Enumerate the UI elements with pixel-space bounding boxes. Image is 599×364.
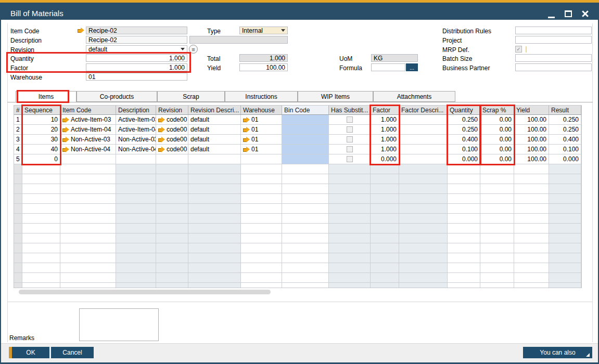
empty-cell[interactable] [514, 164, 549, 174]
empty-cell[interactable] [156, 184, 188, 194]
empty-cell[interactable] [14, 263, 22, 273]
empty-cell[interactable] [514, 233, 549, 243]
empty-cell[interactable] [448, 243, 480, 253]
col-header-quantity[interactable]: Quantity [448, 106, 480, 115]
empty-cell[interactable] [282, 184, 329, 194]
empty-cell[interactable] [241, 204, 282, 214]
empty-cell[interactable] [480, 194, 514, 204]
empty-cell[interactable] [241, 164, 282, 174]
col-header-item-code[interactable]: Item Code [60, 106, 116, 115]
empty-cell[interactable] [60, 164, 116, 174]
empty-cell[interactable] [329, 253, 371, 263]
col-header-yield[interactable]: Yield [514, 106, 549, 115]
empty-cell[interactable] [329, 204, 371, 214]
empty-cell[interactable] [282, 194, 329, 204]
has-substitute-checkbox[interactable] [347, 126, 353, 133]
col-header-has-substitute[interactable]: Has Substit... [329, 106, 371, 115]
empty-cell[interactable] [480, 184, 514, 194]
empty-cell[interactable] [116, 243, 156, 253]
link-arrow-icon[interactable] [62, 127, 69, 133]
cell-yield[interactable]: 100.00 [514, 145, 549, 154]
mrp-def-checkbox[interactable]: ✓ [515, 46, 522, 53]
empty-cell[interactable] [116, 164, 156, 174]
empty-cell[interactable] [282, 263, 329, 273]
empty-cell[interactable] [14, 224, 22, 233]
empty-cell[interactable] [188, 263, 241, 273]
empty-cell[interactable] [448, 253, 480, 263]
empty-cell[interactable] [188, 214, 241, 224]
uom-field[interactable]: KG [371, 54, 418, 62]
business-partner-field[interactable] [515, 63, 592, 71]
empty-cell[interactable] [156, 224, 188, 233]
empty-cell[interactable] [60, 214, 116, 224]
empty-cell[interactable] [188, 243, 241, 253]
batch-size-field[interactable] [515, 54, 592, 62]
empty-cell[interactable] [448, 273, 480, 283]
empty-cell[interactable] [514, 263, 549, 273]
empty-cell[interactable] [399, 263, 448, 273]
empty-cell[interactable] [371, 164, 399, 174]
empty-cell[interactable] [241, 194, 282, 204]
empty-cell[interactable] [399, 273, 448, 283]
empty-cell[interactable] [549, 184, 581, 194]
revision-list-button[interactable]: ≡ [189, 45, 198, 54]
empty-cell[interactable] [14, 194, 22, 204]
empty-cell[interactable] [241, 184, 282, 194]
empty-cell[interactable] [156, 233, 188, 243]
empty-cell[interactable] [156, 283, 188, 288]
cell-warehouse[interactable] [241, 154, 282, 164]
empty-cell[interactable] [514, 184, 549, 194]
empty-cell[interactable] [329, 214, 371, 224]
item-code-link-arrow-icon[interactable] [78, 28, 84, 33]
cell-factor[interactable]: 1.000 [371, 145, 399, 154]
empty-cell[interactable] [514, 243, 549, 253]
empty-cell[interactable] [480, 164, 514, 174]
empty-cell[interactable] [60, 233, 116, 243]
cell-description[interactable]: Active-Item-04 [116, 125, 156, 135]
empty-cell[interactable] [329, 174, 371, 184]
cell-result[interactable]: 0.400 [549, 135, 581, 145]
empty-cell[interactable] [241, 263, 282, 273]
col-header-bin-code[interactable]: Bin Code [282, 106, 329, 115]
cell-revision-description[interactable]: default [188, 115, 241, 125]
empty-cell[interactable] [282, 233, 329, 243]
empty-cell[interactable] [14, 233, 22, 243]
tab-wip-items[interactable]: WIP Items [298, 91, 373, 102]
link-arrow-icon[interactable] [158, 137, 165, 142]
empty-cell[interactable] [14, 184, 22, 194]
empty-cell[interactable] [241, 283, 282, 288]
empty-cell[interactable] [480, 204, 514, 214]
tab-items[interactable]: Items [16, 91, 77, 102]
empty-cell[interactable] [241, 273, 282, 283]
empty-cell[interactable] [399, 214, 448, 224]
cell-bin-code[interactable] [282, 154, 329, 164]
empty-cell[interactable] [156, 174, 188, 184]
empty-cell[interactable] [156, 273, 188, 283]
cell-description[interactable]: Non-Active-03 [116, 135, 156, 145]
empty-cell[interactable] [14, 204, 22, 214]
empty-cell[interactable] [22, 204, 60, 214]
link-arrow-icon[interactable] [62, 137, 69, 142]
empty-cell[interactable] [14, 253, 22, 263]
empty-cell[interactable] [399, 184, 448, 194]
cell-scrap[interactable]: 0.00 [480, 135, 514, 145]
cell-has-substitute[interactable] [329, 145, 371, 154]
cell-bin-code[interactable] [282, 125, 329, 135]
empty-cell[interactable] [14, 273, 22, 283]
empty-cell[interactable] [371, 263, 399, 273]
has-substitute-checkbox[interactable] [347, 136, 353, 142]
warehouse-field[interactable]: 01 [86, 73, 187, 81]
empty-cell[interactable] [329, 273, 371, 283]
empty-cell[interactable] [188, 233, 241, 243]
cell-bin-code[interactable] [282, 135, 329, 145]
factor-field[interactable]: 1.000 [86, 63, 187, 71]
horizontal-scrollbar[interactable] [19, 290, 271, 294]
cell-warehouse[interactable]: 01 [241, 125, 282, 135]
cell-factor-description[interactable] [399, 125, 448, 135]
has-substitute-checkbox[interactable] [347, 156, 353, 162]
empty-cell[interactable] [22, 253, 60, 263]
cell-has-substitute[interactable] [329, 154, 371, 164]
empty-cell[interactable] [22, 283, 60, 288]
empty-cell[interactable] [329, 283, 371, 288]
empty-cell[interactable] [448, 224, 480, 233]
